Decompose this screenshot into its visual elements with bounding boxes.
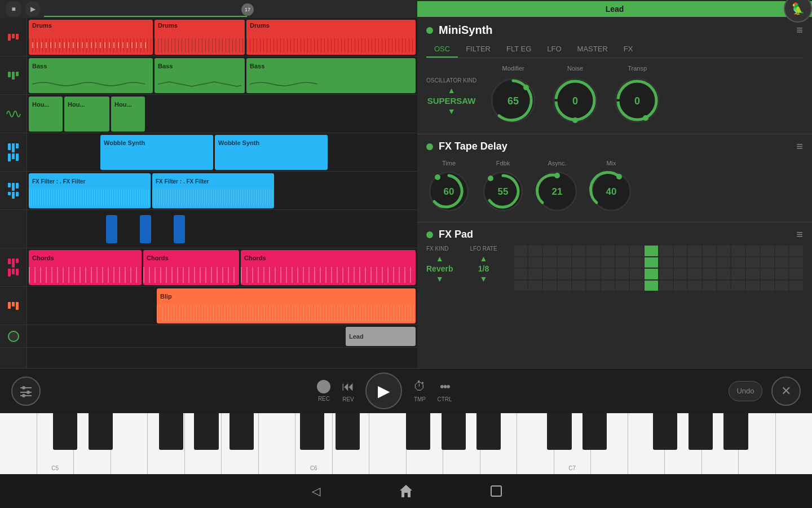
white-key-f6[interactable] — [407, 413, 444, 474]
pad-cell[interactable] — [616, 281, 629, 291]
white-key-f7[interactable] — [665, 413, 702, 474]
time-knob[interactable]: 60 — [426, 169, 471, 214]
wobble-block-2[interactable]: Wobble Synth — [215, 135, 328, 170]
white-key-a5[interactable] — [222, 413, 259, 474]
wobble-track[interactable]: Wobble Synth Wobble Synth — [27, 133, 417, 172]
pad-cell[interactable] — [558, 257, 571, 268]
pad-cell[interactable] — [688, 281, 701, 291]
tab-fx[interactable]: FX — [616, 41, 641, 58]
pad-cell[interactable] — [630, 269, 643, 279]
white-key-e7[interactable] — [628, 413, 665, 474]
pad-cell[interactable] — [746, 281, 760, 291]
pad-cell[interactable] — [746, 246, 760, 256]
white-key-a6[interactable] — [480, 413, 518, 474]
async-knob[interactable]: 21 — [535, 169, 580, 214]
white-key-d5[interactable] — [74, 413, 111, 474]
pad-cell[interactable] — [717, 257, 731, 268]
undo-button[interactable]: Undo — [729, 381, 762, 401]
lead-track[interactable]: Lead — [27, 325, 417, 348]
pad-cell[interactable] — [746, 269, 760, 279]
house-track[interactable]: Hou... Hou... Hou... — [27, 95, 417, 133]
pad-cell[interactable] — [630, 246, 643, 256]
pad-cell-active[interactable] — [645, 257, 658, 268]
pad-cell[interactable] — [789, 281, 803, 291]
noise-knob[interactable]: 0 — [550, 75, 601, 126]
fxfilter-track[interactable]: FX Filter : . FX Filter FX Filter : . FX… — [27, 172, 417, 210]
fdbk-knob[interactable]: 55 — [480, 169, 526, 214]
pad-cell[interactable] — [688, 246, 701, 256]
drums-track[interactable]: Drums Drums Drums — [27, 18, 417, 56]
white-key-c7[interactable]: C7 — [554, 413, 592, 474]
pad-cell[interactable] — [601, 269, 615, 279]
pad-cell[interactable] — [731, 246, 745, 256]
pad-cell[interactable] — [616, 269, 629, 279]
noise-knob-wrapper[interactable]: 0 — [550, 75, 601, 128]
pad-cell[interactable] — [543, 281, 557, 291]
tab-master[interactable]: MASTER — [570, 41, 616, 58]
white-key-b5[interactable] — [259, 413, 296, 474]
pad-cell[interactable] — [572, 246, 586, 256]
minisynth-menu[interactable]: ≡ — [796, 24, 803, 37]
blip-control[interactable] — [0, 287, 27, 325]
pad-cell[interactable] — [775, 269, 789, 279]
pad-cell-active[interactable] — [645, 281, 658, 291]
play-top-button[interactable]: ▶ — [25, 1, 41, 17]
fxfilter-block-1[interactable]: FX Filter : . FX Filter — [29, 173, 151, 208]
pad-cell[interactable] — [528, 257, 542, 268]
pad-cell[interactable] — [528, 246, 542, 256]
pad-cell[interactable] — [528, 269, 542, 279]
white-key-g5[interactable] — [185, 413, 222, 474]
nav-recents-button[interactable] — [485, 480, 508, 502]
pad-cell[interactable] — [543, 246, 557, 256]
fx-tape-dot[interactable] — [426, 143, 433, 150]
chords-block-1[interactable]: Chords — [29, 250, 142, 285]
pad-cell[interactable] — [601, 246, 615, 256]
tmp-button[interactable]: ⏱ TMP — [413, 379, 426, 402]
white-key-g7[interactable] — [702, 413, 739, 474]
pad-cell[interactable] — [703, 257, 716, 268]
pad-cell[interactable] — [558, 281, 571, 291]
pad-cell[interactable] — [746, 257, 760, 268]
tab-lfo[interactable]: LFO — [539, 41, 569, 58]
pad-cell[interactable] — [761, 269, 774, 279]
pad-cell[interactable] — [659, 257, 673, 268]
pad-cell[interactable] — [659, 246, 673, 256]
white-key-e6[interactable] — [369, 413, 407, 474]
close-button[interactable]: ✕ — [771, 376, 801, 406]
chords-track[interactable]: Chords Chords Chords — [27, 248, 417, 287]
pad-cell[interactable] — [543, 257, 557, 268]
white-key-b6[interactable] — [517, 413, 554, 474]
pad-cell[interactable] — [717, 269, 731, 279]
bass-track[interactable]: Bass Bass Bass — [27, 56, 417, 95]
pad-cell[interactable] — [688, 257, 701, 268]
fxfilter-block-2[interactable]: FX Filter : . FX Filter — [152, 173, 274, 208]
tab-osc[interactable]: OSC — [426, 41, 458, 58]
fx-pad-dot[interactable] — [426, 231, 433, 238]
white-key-c5[interactable]: C5 — [37, 413, 74, 474]
pad-cell[interactable] — [586, 246, 600, 256]
house-block-1[interactable]: Hou... — [29, 97, 63, 132]
house-block-2[interactable]: Hou... — [64, 97, 109, 132]
wobble-block-1[interactable]: Wobble Synth — [100, 135, 213, 170]
pad-cell[interactable] — [789, 269, 803, 279]
osc-type-selector[interactable]: ▲ SUPERSAW ▼ — [426, 86, 476, 116]
pad-cell[interactable] — [558, 269, 571, 279]
white-key-d6[interactable] — [333, 413, 370, 474]
white-key-d7[interactable] — [591, 413, 628, 474]
pad-cell[interactable] — [775, 281, 789, 291]
pad-cell[interactable] — [514, 281, 528, 291]
pad-cell[interactable] — [731, 281, 745, 291]
drums-control[interactable] — [0, 18, 27, 56]
pad-cell[interactable] — [659, 281, 673, 291]
timeline-marker[interactable]: 17 — [241, 3, 254, 16]
blip-block-1[interactable]: Blip — [157, 288, 416, 323]
mixer-button[interactable] — [11, 376, 41, 406]
ctrl-button[interactable]: ••• CTRL — [437, 379, 452, 402]
blip-track[interactable]: Blip — [27, 287, 417, 325]
pad-cell[interactable] — [601, 257, 615, 268]
drums-block-3[interactable]: Drums — [246, 20, 416, 55]
pad-cell[interactable] — [674, 257, 687, 268]
pad-cell[interactable] — [688, 269, 701, 279]
pad-cell[interactable] — [731, 257, 745, 268]
pad-cell[interactable] — [761, 246, 774, 256]
